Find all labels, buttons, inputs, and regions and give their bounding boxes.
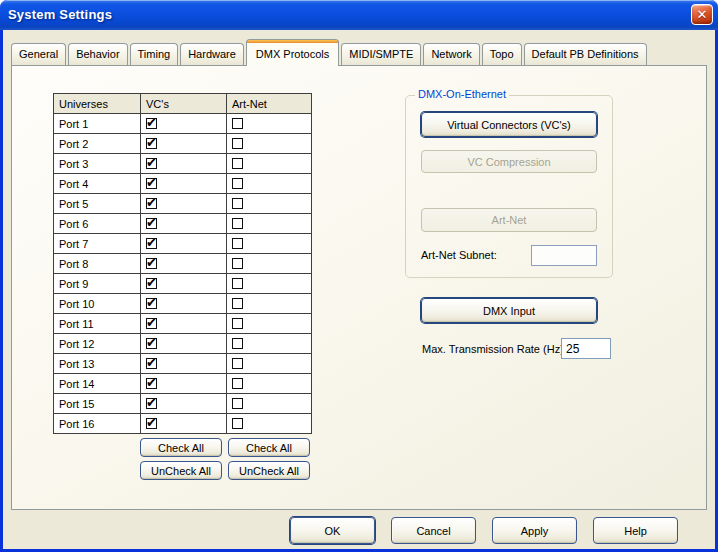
close-button[interactable]: ✕ xyxy=(691,4,713,25)
vc-cell: ✔ xyxy=(141,294,227,314)
artnet-cell xyxy=(227,414,312,434)
check-icon: ✔ xyxy=(146,395,157,410)
check-icon: ✔ xyxy=(146,155,157,170)
artnet-subnet-input[interactable] xyxy=(531,245,597,266)
virtual-connectors-button[interactable]: Virtual Connectors (VC's) xyxy=(421,112,597,137)
table-row: Port 9✔ xyxy=(54,274,312,294)
vc-checkbox[interactable]: ✔ xyxy=(146,118,157,129)
artnet-checkbox[interactable] xyxy=(232,178,243,189)
tab-dmx-protocols[interactable]: DMX Protocols xyxy=(246,39,339,66)
vc-checkbox[interactable]: ✔ xyxy=(146,218,157,229)
tab-behavior[interactable]: Behavior xyxy=(68,43,127,65)
system-settings-window: System Settings ✕ GeneralBehaviorTimingH… xyxy=(0,0,718,552)
artnet-cell xyxy=(227,194,312,214)
vc-checkbox[interactable]: ✔ xyxy=(146,338,157,349)
artnet-checkbox[interactable] xyxy=(232,298,243,309)
tab-topo[interactable]: Topo xyxy=(482,43,522,65)
artnet-checkbox[interactable] xyxy=(232,198,243,209)
check-icon: ✔ xyxy=(146,415,157,430)
max-transmission-rate-input[interactable] xyxy=(561,338,611,359)
table-row: Port 1✔ xyxy=(54,114,312,134)
vc-cell: ✔ xyxy=(141,194,227,214)
cancel-button[interactable]: Cancel xyxy=(391,517,476,544)
artnet-cell xyxy=(227,334,312,354)
universe-cell: Port 3 xyxy=(54,154,141,174)
tab-strip: GeneralBehaviorTimingHardwareDMX Protoco… xyxy=(11,38,647,66)
vc-check-all-button[interactable]: Check All xyxy=(140,438,222,457)
artnet-cell xyxy=(227,294,312,314)
vc-cell: ✔ xyxy=(141,274,227,294)
artnet-checkbox[interactable] xyxy=(232,418,243,429)
vc-checkbox[interactable]: ✔ xyxy=(146,298,157,309)
artnet-checkbox[interactable] xyxy=(232,318,243,329)
vc-checkbox[interactable]: ✔ xyxy=(146,418,157,429)
tab-timing[interactable]: Timing xyxy=(130,43,179,65)
artnet-cell xyxy=(227,214,312,234)
tab-midi-smpte[interactable]: MIDI/SMPTE xyxy=(341,43,421,65)
artnet-checkbox[interactable] xyxy=(232,398,243,409)
universes-table-body: Port 1✔Port 2✔Port 3✔Port 4✔Port 5✔Port … xyxy=(54,114,312,434)
vc-cell: ✔ xyxy=(141,414,227,434)
table-row: Port 12✔ xyxy=(54,334,312,354)
check-icon: ✔ xyxy=(146,195,157,210)
table-row: Port 3✔ xyxy=(54,154,312,174)
artnet-checkbox[interactable] xyxy=(232,158,243,169)
vc-checkbox[interactable]: ✔ xyxy=(146,278,157,289)
artnet-cell xyxy=(227,314,312,334)
column-header-artnet: Art-Net xyxy=(227,94,312,114)
check-icon: ✔ xyxy=(146,275,157,290)
universe-cell: Port 9 xyxy=(54,274,141,294)
vc-checkbox[interactable]: ✔ xyxy=(146,378,157,389)
artnet-checkbox[interactable] xyxy=(232,118,243,129)
artnet-checkbox[interactable] xyxy=(232,278,243,289)
vc-checkbox[interactable]: ✔ xyxy=(146,398,157,409)
artnet-checkbox[interactable] xyxy=(232,138,243,149)
table-row: Port 8✔ xyxy=(54,254,312,274)
dmx-on-ethernet-group: DMX-On-Ethernet Virtual Connectors (VC's… xyxy=(405,95,613,278)
artnet-cell xyxy=(227,134,312,154)
vc-checkbox[interactable]: ✔ xyxy=(146,258,157,269)
artnet-checkbox[interactable] xyxy=(232,218,243,229)
universe-cell: Port 7 xyxy=(54,234,141,254)
universe-cell: Port 12 xyxy=(54,334,141,354)
help-button[interactable]: Help xyxy=(593,517,678,544)
vc-checkbox[interactable]: ✔ xyxy=(146,178,157,189)
tab-network[interactable]: Network xyxy=(423,43,479,65)
dialog-body: GeneralBehaviorTimingHardwareDMX Protoco… xyxy=(3,30,715,549)
artnet-checkbox[interactable] xyxy=(232,358,243,369)
artnet-cell xyxy=(227,374,312,394)
table-row: Port 11✔ xyxy=(54,314,312,334)
vc-checkbox[interactable]: ✔ xyxy=(146,158,157,169)
artnet-checkbox[interactable] xyxy=(232,338,243,349)
tab-hardware[interactable]: Hardware xyxy=(180,43,244,65)
vc-checkbox[interactable]: ✔ xyxy=(146,318,157,329)
artnet-cell xyxy=(227,154,312,174)
ok-button[interactable]: OK xyxy=(290,517,375,544)
vc-checkbox[interactable]: ✔ xyxy=(146,138,157,149)
universe-cell: Port 15 xyxy=(54,394,141,414)
column-header-universes: Universes xyxy=(54,94,141,114)
vc-uncheck-all-button[interactable]: UnCheck All xyxy=(140,461,222,480)
vc-checkbox[interactable]: ✔ xyxy=(146,238,157,249)
vc-checkbox[interactable]: ✔ xyxy=(146,358,157,369)
artnet-checkbox[interactable] xyxy=(232,258,243,269)
table-row: Port 4✔ xyxy=(54,174,312,194)
artnet-check-all-button[interactable]: Check All xyxy=(228,438,310,457)
artnet-checkbox[interactable] xyxy=(232,238,243,249)
vc-checkbox[interactable]: ✔ xyxy=(146,198,157,209)
tab-general[interactable]: General xyxy=(11,43,66,65)
apply-button[interactable]: Apply xyxy=(492,517,577,544)
universes-table: Universes VC's Art-Net Port 1✔Port 2✔Por… xyxy=(53,93,312,434)
title-bar[interactable]: System Settings ✕ xyxy=(0,0,718,30)
window-title: System Settings xyxy=(8,0,112,30)
dmx-input-button[interactable]: DMX Input xyxy=(421,298,597,323)
group-title: DMX-On-Ethernet xyxy=(415,88,509,100)
artnet-uncheck-all-button[interactable]: UnCheck All xyxy=(228,461,310,480)
table-row: Port 15✔ xyxy=(54,394,312,414)
artnet-checkbox[interactable] xyxy=(232,378,243,389)
vc-compression-button[interactable]: VC Compression xyxy=(421,150,597,173)
artnet-button[interactable]: Art-Net xyxy=(421,208,597,232)
universe-cell: Port 13 xyxy=(54,354,141,374)
tab-default-pb-definitions[interactable]: Default PB Definitions xyxy=(524,43,647,65)
artnet-cell xyxy=(227,354,312,374)
